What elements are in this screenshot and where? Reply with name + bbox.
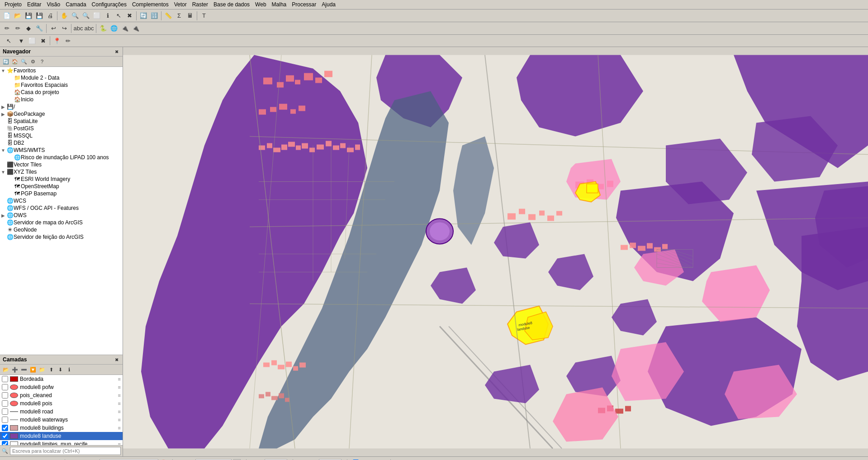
redo-btn[interactable]: ↪ <box>59 24 69 33</box>
map-area[interactable]: module8 landuse <box>123 47 868 456</box>
text-btn[interactable]: T <box>199 11 209 21</box>
layer-visibility-module8-landuse[interactable] <box>2 433 8 439</box>
nav-close-btn[interactable]: ✖ <box>114 48 120 55</box>
save-project-btn[interactable]: 💾 <box>24 11 33 21</box>
nav-tree-item-arcgis-feature[interactable]: 🌐 Servidor de feição do ArcGIS <box>0 233 123 241</box>
nav-tree-item-openstreetmap[interactable]: 🗺 OpenStreetMap <box>0 183 123 190</box>
menu-visao[interactable]: Visão <box>44 0 63 9</box>
digitize-btn[interactable]: ✏ <box>63 36 73 46</box>
menu-ajuda[interactable]: Ajuda <box>319 0 338 9</box>
nav-search-btn[interactable]: 🔍 <box>20 57 28 66</box>
layers-close-btn[interactable]: ✖ <box>114 356 120 363</box>
plugin2-btn[interactable]: 🔌 <box>131 24 141 33</box>
open-project-btn[interactable]: 📂 <box>13 11 23 21</box>
node-btn[interactable]: ◆ <box>24 24 33 33</box>
nav-filter-btn[interactable]: ⚙ <box>29 57 37 66</box>
nav-tree-item-ows[interactable]: ▶ 🌐 OWS <box>0 212 123 219</box>
nav-tree-item-pgp-basemap[interactable]: 🗺 PGP Basemap <box>0 190 123 197</box>
menu-camada[interactable]: Camada <box>63 0 89 9</box>
layers-open-layer-btn[interactable]: 📂 <box>2 365 10 374</box>
nav-tree-item-geopackage[interactable]: ▶ 📦 GeoPackage <box>0 110 123 118</box>
select-rect-btn[interactable]: ⬜ <box>27 36 37 46</box>
layer-item-module8-pofw[interactable]: module8 pofw ≡ <box>0 383 123 391</box>
print-btn[interactable]: 🖨 <box>45 11 55 21</box>
menu-malha[interactable]: Malha <box>269 0 289 9</box>
select-btn[interactable]: ↖ <box>114 11 123 21</box>
nav-tree-item-module2[interactable]: 📁 Module 2 - Data <box>0 74 123 81</box>
layers-properties-btn[interactable]: ℹ <box>65 365 73 374</box>
edit-digitize-btn[interactable]: ✏ <box>2 24 12 33</box>
layers-group-btn[interactable]: 📁 <box>38 365 46 374</box>
nav-tree-item-mssql[interactable]: 🗄 MSSQL <box>0 132 123 139</box>
nav-tree-item-risco[interactable]: 🌐 Risco de inundação LiPAD 100 anos <box>0 154 123 161</box>
nav-tree-item-postgis[interactable]: 🐘 PostGIS <box>0 125 123 132</box>
layers-down-btn[interactable]: ⬇ <box>56 365 64 374</box>
layer-item-bordeada[interactable]: Bordeada ≡ <box>0 375 123 383</box>
zoom-native-btn[interactable]: 🔢 <box>149 11 159 21</box>
search-input[interactable] <box>10 447 121 455</box>
layer-item-module8-waterways[interactable]: module8 waterways ≡ <box>0 416 123 424</box>
menu-processar[interactable]: Processar <box>289 0 319 9</box>
new-project-btn[interactable]: 📄 <box>2 11 12 21</box>
locate-btn[interactable]: 📍 <box>52 36 62 46</box>
nav-refresh-btn[interactable]: 🔄 <box>2 57 10 66</box>
menu-base-dados[interactable]: Base de dados <box>211 0 252 9</box>
pan-btn[interactable]: ✋ <box>59 11 69 21</box>
menu-complementos[interactable]: Complementos <box>129 0 171 9</box>
field-calc-btn[interactable]: 🖩 <box>185 11 195 21</box>
menu-editar[interactable]: Editar <box>24 0 44 9</box>
stats-btn[interactable]: Σ <box>174 11 184 21</box>
layer-visibility-module8-road[interactable] <box>2 408 8 415</box>
save-as-btn[interactable]: 💾 <box>34 11 44 21</box>
nav-tree-item-geonode[interactable]: ✳ GeoNode <box>0 226 123 233</box>
select-opts-btn[interactable]: ▼ <box>16 36 26 46</box>
layers-add-btn[interactable]: ➕ <box>11 365 19 374</box>
layers-filter-btn[interactable]: 🔽 <box>29 365 37 374</box>
menu-vetor[interactable]: Vetor <box>171 0 190 9</box>
identify-btn[interactable]: ℹ <box>103 11 113 21</box>
nav-tree-item-wmswmts[interactable]: ▼ 🌐 WMS/WMTS <box>0 147 123 154</box>
layer-visibility-bordeada[interactable] <box>2 376 8 382</box>
nav-tree-item-wcs[interactable]: 🌐 WCS <box>0 197 123 204</box>
select-feature-btn[interactable]: ↖ <box>2 36 15 46</box>
nav-tree-item-vector-tiles[interactable]: ⬛ Vector Tiles <box>0 161 123 168</box>
plugin-btn[interactable]: 🔌 <box>120 24 130 33</box>
nav-help-btn[interactable]: ? <box>38 57 46 66</box>
menu-raster[interactable]: Raster <box>190 0 211 9</box>
layer-item-module8-pois[interactable]: module8 pois ≡ <box>0 399 123 408</box>
layer-item-module8-buildings[interactable]: module8 buildings ≡ <box>0 424 123 432</box>
nav-tree-item-slash[interactable]: ▶ 💾 / <box>0 103 123 110</box>
nav-tree-item-esri-world[interactable]: 🗺 ESRI World Imagery <box>0 175 123 183</box>
zoom-out-btn[interactable]: 🔍 <box>81 11 91 21</box>
snapping-btn[interactable]: 🔧 <box>34 24 44 33</box>
python-btn[interactable]: 🐍 <box>98 24 108 33</box>
layer-visibility-module8-limites[interactable] <box>2 441 8 445</box>
rubber-band-btn[interactable]: ⬜ <box>92 11 102 21</box>
nav-tree-item-db2[interactable]: 🗄 DB2 <box>0 139 123 147</box>
layer-visibility-module8-pofw[interactable] <box>2 384 8 390</box>
menu-configuracoes[interactable]: Configurações <box>89 0 129 9</box>
menu-projeto[interactable]: Projeto <box>2 0 24 9</box>
measure-btn[interactable]: 📏 <box>163 11 173 21</box>
layers-remove-btn[interactable]: ➖ <box>20 365 28 374</box>
layer-item-pois-cleaned[interactable]: pois_cleaned ≡ <box>0 391 123 399</box>
layer-item-module8-limites[interactable]: module8 limites_mun_recife ≡ <box>0 440 123 445</box>
layer-item-module8-landuse[interactable]: module8 landuse <box>0 432 123 440</box>
nav-home-btn[interactable]: 🏠 <box>11 57 19 66</box>
layers-up-btn[interactable]: ⬆ <box>47 365 55 374</box>
nav-tree-item-inicio[interactable]: 🏠 Inicio <box>0 96 123 103</box>
menu-web[interactable]: Web <box>252 0 269 9</box>
nav-tree-item-arcgis-map[interactable]: 🌐 Servidor de mapa do ArcGIS <box>0 219 123 226</box>
deselect-all-btn[interactable]: ✖ <box>38 36 48 46</box>
edit2-btn[interactable]: ✏ <box>13 24 23 33</box>
zoom-in-btn[interactable]: 🔍 <box>70 11 80 21</box>
label2-btn[interactable]: abc <box>84 24 94 33</box>
nav-tree-item-casa-projeto[interactable]: 🏠 Casa do projeto <box>0 89 123 96</box>
nav-tree-item-favoritos[interactable]: ▼ ⭐ Favoritos <box>0 67 123 74</box>
nav-tree-item-xyz-tiles[interactable]: ▼ ⬛ XYZ Tiles <box>0 168 123 175</box>
undo-btn[interactable]: ↩ <box>48 24 58 33</box>
nav-tree-item-wfs-ogc[interactable]: 🌐 WFS / OGC API - Features <box>0 204 123 212</box>
layer-item-module8-road[interactable]: module8 road ≡ <box>0 408 123 416</box>
layer-visibility-module8-pois[interactable] <box>2 400 8 407</box>
layer-visibility-module8-waterways[interactable] <box>2 417 8 423</box>
